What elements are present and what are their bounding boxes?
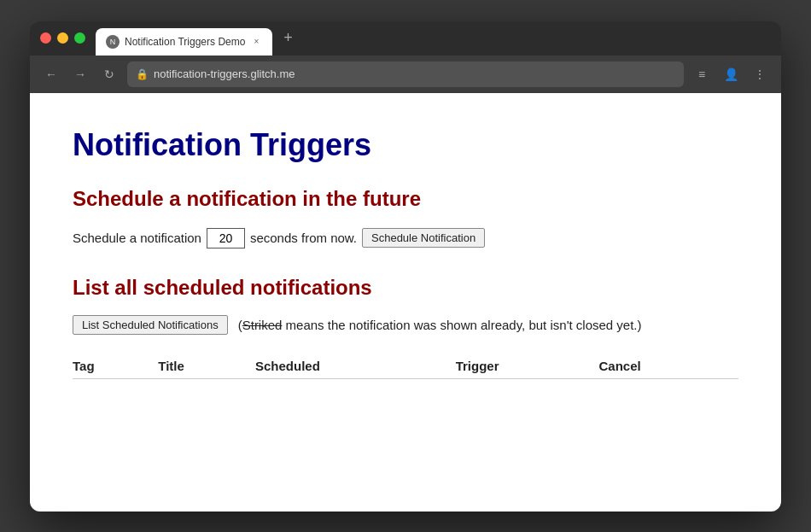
page-title: Notification Triggers bbox=[73, 127, 738, 163]
addressbar-right-icons: ≡ 👤 ⋮ bbox=[691, 63, 771, 85]
striked-note: (Striked means the notification was show… bbox=[238, 318, 642, 332]
reload-button[interactable]: ↻ bbox=[98, 63, 120, 85]
schedule-label-before: Schedule a notification bbox=[73, 231, 201, 245]
menu-icon[interactable]: ≡ bbox=[691, 63, 713, 85]
col-tag: Tag bbox=[73, 354, 158, 379]
addressbar: ← → ↻ 🔒 notification-triggers.glitch.me … bbox=[30, 56, 781, 93]
col-title: Title bbox=[158, 354, 255, 379]
lock-icon: 🔒 bbox=[136, 68, 149, 80]
new-tab-button[interactable]: + bbox=[276, 26, 300, 50]
schedule-label-after: seconds from now. bbox=[250, 231, 357, 245]
url-bar[interactable]: 🔒 notification-triggers.glitch.me bbox=[127, 61, 684, 87]
more-icon[interactable]: ⋮ bbox=[749, 63, 771, 85]
striked-word: Striked bbox=[242, 318, 283, 332]
active-tab[interactable]: N Notification Triggers Demo × bbox=[96, 28, 272, 56]
list-scheduled-button[interactable]: List Scheduled Notifications bbox=[73, 315, 228, 335]
notifications-table: Tag Title Scheduled Trigger Cancel bbox=[73, 354, 738, 379]
tab-bar: N Notification Triggers Demo × + bbox=[96, 21, 771, 56]
tab-favicon: N bbox=[106, 35, 120, 49]
browser-window: N Notification Triggers Demo × + ← → ↻ 🔒… bbox=[30, 21, 781, 512]
col-cancel: Cancel bbox=[599, 354, 738, 379]
maximize-button[interactable] bbox=[74, 32, 85, 44]
col-scheduled: Scheduled bbox=[255, 354, 456, 379]
page-content: Notification Triggers Schedule a notific… bbox=[30, 93, 781, 512]
account-icon[interactable]: 👤 bbox=[720, 63, 742, 85]
list-scheduled-row: List Scheduled Notifications (Striked me… bbox=[73, 315, 738, 335]
tab-close-button[interactable]: × bbox=[250, 36, 262, 48]
minimize-button[interactable] bbox=[57, 32, 68, 44]
schedule-notification-button[interactable]: Schedule Notification bbox=[362, 228, 485, 248]
section2-title: List all scheduled notifications bbox=[73, 276, 738, 300]
url-text: notification-triggers.glitch.me bbox=[154, 67, 295, 80]
close-button[interactable] bbox=[40, 32, 51, 44]
back-button[interactable]: ← bbox=[40, 63, 62, 85]
seconds-input[interactable] bbox=[207, 228, 245, 248]
titlebar: N Notification Triggers Demo × + bbox=[30, 21, 781, 56]
tab-label: Notification Triggers Demo bbox=[125, 36, 245, 48]
col-trigger: Trigger bbox=[456, 354, 599, 379]
traffic-lights bbox=[40, 32, 85, 44]
forward-button[interactable]: → bbox=[69, 63, 91, 85]
section1-title: Schedule a notification in the future bbox=[73, 187, 738, 211]
schedule-row: Schedule a notification seconds from now… bbox=[73, 228, 738, 248]
striked-note-suffix: means the notification was shown already… bbox=[282, 318, 641, 332]
table-header-row: Tag Title Scheduled Trigger Cancel bbox=[73, 354, 738, 379]
